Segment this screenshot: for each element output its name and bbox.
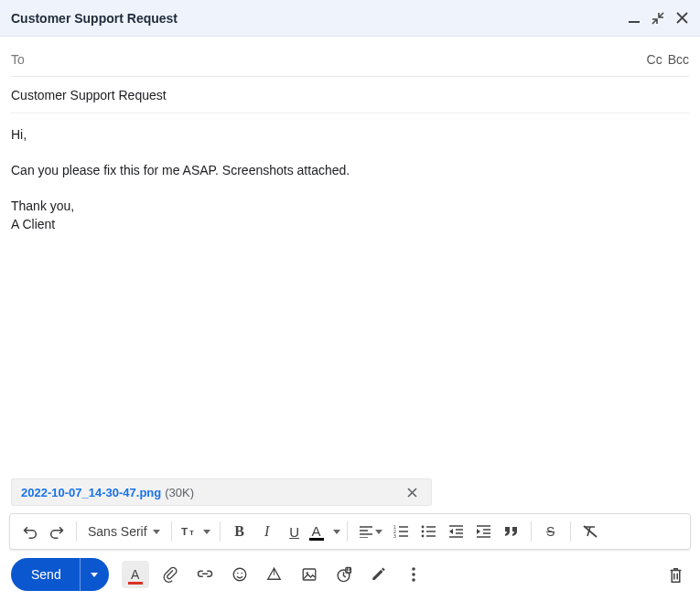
- insert-signature-button[interactable]: [365, 561, 393, 588]
- compose-window: Customer Support Request To Cc Bcc: [0, 0, 700, 601]
- svg-point-18: [412, 578, 415, 582]
- svg-text:T: T: [181, 525, 188, 537]
- confidential-mode-button[interactable]: [330, 561, 358, 588]
- window-title: Customer Support Request: [11, 11, 178, 26]
- font-family-label: Sans Serif: [88, 524, 147, 539]
- italic-button[interactable]: I: [253, 519, 281, 544]
- svg-point-16: [412, 567, 415, 571]
- titlebar: Customer Support Request: [0, 0, 700, 37]
- bold-button[interactable]: B: [226, 519, 253, 544]
- svg-rect-12: [303, 569, 316, 580]
- titlebar-controls: [627, 11, 689, 26]
- undo-button[interactable]: [16, 519, 43, 544]
- separator: [171, 521, 172, 542]
- indent-more-button[interactable]: [470, 519, 498, 544]
- insert-link-button[interactable]: [191, 561, 219, 588]
- redo-button[interactable]: [43, 519, 70, 544]
- bulleted-list-button[interactable]: [415, 519, 443, 544]
- svg-point-17: [412, 573, 415, 576]
- body-line: Can you please fix this for me ASAP. Scr…: [11, 162, 689, 180]
- insert-photo-button[interactable]: [296, 561, 323, 588]
- send-button[interactable]: Send: [11, 558, 80, 591]
- separator: [347, 521, 348, 542]
- insert-emoji-button[interactable]: [226, 561, 253, 588]
- minimize-button[interactable]: [627, 11, 641, 26]
- to-label: To: [11, 52, 25, 67]
- formatting-toggle-button[interactable]: A: [122, 561, 149, 588]
- strikethrough-button[interactable]: S: [537, 519, 565, 544]
- send-group: Send: [11, 558, 109, 591]
- attachment-remove-button[interactable]: [407, 488, 424, 498]
- chevron-down-icon: [203, 530, 210, 534]
- compose-tools: A: [122, 561, 427, 588]
- attachment-chip[interactable]: 2022-10-07_14-30-47.png (30K): [11, 478, 432, 506]
- svg-rect-0: [629, 21, 640, 23]
- send-label: Send: [31, 567, 61, 582]
- discard-draft-button[interactable]: [662, 561, 689, 588]
- bottom-action-bar: Send A: [0, 550, 700, 601]
- cc-button[interactable]: Cc: [647, 52, 662, 67]
- subject-row[interactable]: Customer Support Request: [11, 77, 689, 113]
- close-button[interactable]: [674, 11, 689, 26]
- chevron-down-icon: [91, 573, 98, 577]
- chevron-down-icon: [153, 530, 160, 534]
- numbered-list-button[interactable]: 123: [388, 519, 415, 544]
- body-line: A Client: [11, 216, 689, 234]
- body-line: Hi,: [11, 126, 689, 145]
- attachment-size: (30K): [165, 486, 194, 499]
- remove-formatting-button[interactable]: [576, 519, 604, 544]
- separator: [570, 521, 571, 542]
- align-button[interactable]: [353, 519, 388, 544]
- body-line: Thank you,: [11, 198, 689, 216]
- indent-less-button[interactable]: [443, 519, 470, 544]
- attachment-filename: 2022-10-07_14-30-47.png: [21, 486, 161, 499]
- underline-button[interactable]: U: [281, 519, 308, 544]
- attachments: 2022-10-07_14-30-47.png (30K): [0, 471, 700, 511]
- more-options-button[interactable]: [400, 561, 427, 588]
- formatting-toolbar: Sans Serif T T B I U A 123: [9, 513, 691, 550]
- text-color-button[interactable]: A: [308, 519, 341, 544]
- svg-point-7: [422, 531, 425, 533]
- fullscreen-exit-button[interactable]: [651, 11, 665, 26]
- header-fields: To Cc Bcc Customer Support Request: [0, 37, 700, 113]
- to-row[interactable]: To Cc Bcc: [11, 42, 689, 77]
- svg-text:3: 3: [393, 533, 396, 538]
- svg-point-11: [241, 573, 242, 574]
- svg-point-8: [422, 535, 425, 538]
- insert-drive-button[interactable]: [261, 561, 288, 588]
- svg-point-6: [422, 526, 425, 529]
- separator: [220, 521, 221, 542]
- email-body[interactable]: Hi, Can you please fix this for me ASAP.…: [0, 113, 700, 471]
- svg-point-9: [233, 568, 246, 581]
- chevron-down-icon: [375, 530, 382, 534]
- svg-text:T: T: [189, 529, 194, 537]
- bcc-button[interactable]: Bcc: [668, 52, 689, 67]
- chevron-down-icon: [333, 530, 340, 534]
- subject-text: Customer Support Request: [11, 88, 167, 102]
- separator: [76, 521, 77, 542]
- separator: [531, 521, 532, 542]
- attach-file-button[interactable]: [156, 561, 184, 588]
- send-options-button[interactable]: [80, 558, 109, 591]
- quote-button[interactable]: [498, 519, 525, 544]
- svg-point-10: [237, 573, 239, 574]
- font-size-select[interactable]: T T: [178, 519, 214, 544]
- font-family-select[interactable]: Sans Serif: [82, 519, 166, 544]
